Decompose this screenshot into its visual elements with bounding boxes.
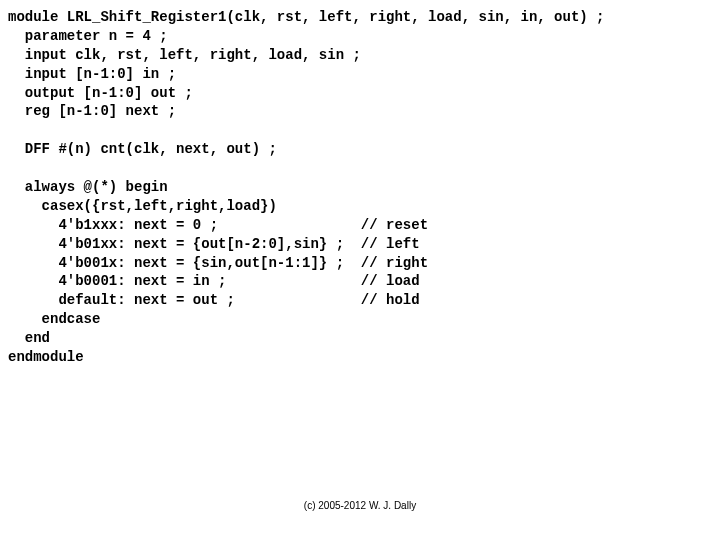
code-line: end xyxy=(8,330,50,346)
code-line: default: next = out ; // hold xyxy=(8,292,420,308)
code-line: input [n-1:0] in ; xyxy=(8,66,176,82)
copyright-footer: (c) 2005-2012 W. J. Dally xyxy=(0,499,720,513)
code-line: 4'b0001: next = in ; // load xyxy=(8,273,420,289)
code-line: module LRL_Shift_Register1(clk, rst, lef… xyxy=(8,9,605,25)
code-line: always @(*) begin xyxy=(8,179,168,195)
code-line: DFF #(n) cnt(clk, next, out) ; xyxy=(8,141,277,157)
code-line: parameter n = 4 ; xyxy=(8,28,168,44)
code-line: reg [n-1:0] next ; xyxy=(8,103,176,119)
code-line: 4'b01xx: next = {out[n-2:0],sin} ; // le… xyxy=(8,236,420,252)
code-line: output [n-1:0] out ; xyxy=(8,85,193,101)
code-line: endmodule xyxy=(8,349,84,365)
code-line: input clk, rst, left, right, load, sin ; xyxy=(8,47,361,63)
code-line: casex({rst,left,right,load}) xyxy=(8,198,277,214)
code-line: endcase xyxy=(8,311,100,327)
code-block: module LRL_Shift_Register1(clk, rst, lef… xyxy=(8,8,712,367)
code-line: 4'b1xxx: next = 0 ; // reset xyxy=(8,217,428,233)
code-line: 4'b001x: next = {sin,out[n-1:1]} ; // ri… xyxy=(8,255,428,271)
